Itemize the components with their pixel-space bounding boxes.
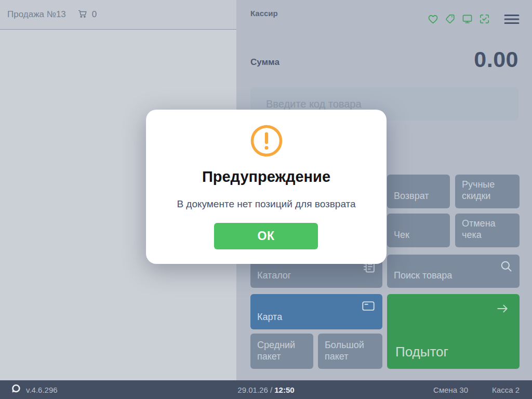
large-bag-button-label: Большой пакет [325, 340, 377, 363]
status-time: 12:50 [274, 385, 294, 394]
cancel-receipt-button-label: Отмена чека [462, 218, 514, 241]
menu-icon[interactable] [504, 14, 520, 25]
status-bar-right: Смена 30 Касса 2 [433, 385, 520, 394]
return-button-label: Возврат [394, 191, 429, 202]
header-icon-bar [427, 13, 520, 25]
receipt-button-label: Чек [394, 230, 409, 241]
arrow-right-icon [494, 301, 511, 320]
warning-title: Предупреждение [146, 168, 387, 185]
manual-discounts-button-label: Ручные скидки [462, 179, 514, 202]
medium-bag-button-label: Средний пакет [257, 340, 308, 363]
card-icon [361, 299, 376, 316]
pos-screen: Продажа №13 0 Кассир [0, 0, 532, 399]
status-date: 29.01.26 [237, 385, 268, 394]
sale-header: Продажа №13 0 [0, 0, 236, 30]
card-button-label: Карта [257, 312, 282, 323]
search-icon [499, 259, 513, 276]
status-bar: v.4.6.296 29.01.26 / 12:50 Смена 30 Касс… [0, 380, 532, 399]
large-bag-button[interactable]: Большой пакет [318, 334, 382, 369]
cart-count: 0 [92, 9, 97, 20]
shift-label: Смена 30 [433, 385, 468, 394]
subtotal-button[interactable]: Подытог [387, 294, 520, 369]
product-search-button-label: Поиск товара [394, 270, 452, 282]
product-search-button[interactable]: Поиск товара [387, 255, 520, 288]
register-label: Касса 2 [492, 385, 520, 394]
warning-message: В документе нет позиций для возврата [146, 198, 387, 210]
status-separator: / [268, 385, 275, 394]
cashier-label: Кассир [250, 9, 278, 18]
cart-icon [77, 8, 88, 21]
ok-button[interactable]: ОК [214, 223, 318, 249]
receipt-button[interactable]: Чек [387, 214, 450, 247]
cancel-receipt-button[interactable]: Отмена чека [455, 214, 520, 247]
card-payment-button[interactable]: Карта [250, 294, 382, 329]
sum-label: Сумма [250, 57, 280, 68]
catalog-button-label: Каталог [257, 270, 291, 282]
scan-check-icon[interactable] [478, 13, 490, 25]
return-button[interactable]: Возврат [387, 175, 450, 208]
warning-icon [146, 124, 387, 157]
sale-title: Продажа №13 [7, 9, 66, 20]
sum-value: 0.00 [474, 47, 518, 72]
heart-icon[interactable] [427, 13, 439, 25]
display-icon[interactable] [461, 13, 473, 25]
warning-dialog: Предупреждение В документе нет позиций д… [146, 110, 387, 264]
medium-bag-button[interactable]: Средний пакет [250, 334, 313, 369]
cart-indicator: 0 [77, 8, 97, 21]
manual-discounts-button[interactable]: Ручные скидки [455, 175, 520, 208]
tag-icon[interactable] [444, 13, 456, 25]
subtotal-button-label: Подытог [395, 344, 448, 361]
